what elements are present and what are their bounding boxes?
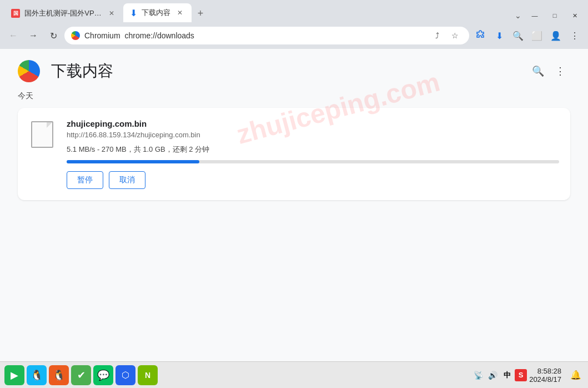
taskbar-icon-nvidia[interactable]: N [138, 365, 158, 385]
extensions-icon[interactable] [471, 27, 489, 44]
inactive-tab-favicon: 国 [11, 9, 20, 18]
notification-icon: 🔔 [570, 370, 581, 380]
url-favicon [71, 31, 80, 40]
back-button[interactable]: ← [4, 27, 22, 44]
new-tab-button[interactable]: + [192, 4, 209, 22]
tab-active[interactable]: ⬇ 下载内容 ✕ [123, 3, 192, 22]
download-status-icon[interactable]: ⬇ [490, 27, 508, 44]
downloads-page: zhujiceping.com 下载内容 🔍 ⋮ 今天 zhujiceping.… [0, 49, 588, 361]
volume-icon[interactable]: 🔊 [486, 365, 499, 385]
cancel-button[interactable]: 取消 [109, 171, 145, 189]
downloads-header: 下载内容 🔍 ⋮ [0, 49, 588, 91]
refresh-icon: ↻ [50, 31, 57, 41]
inactive-tab-close[interactable]: ✕ [107, 8, 117, 18]
bookmark-icon[interactable]: ☆ [447, 28, 463, 43]
inactive-tab-title: 国外主机测评-国外VPS、国... [24, 8, 102, 18]
split-view-icon[interactable]: ⬜ [528, 27, 546, 44]
downloads-page-icon [18, 60, 40, 82]
taskbar-icon-penguin[interactable]: 🐧 [49, 365, 69, 385]
menu-icon[interactable]: ⋮ [566, 27, 584, 44]
download-actions: 暂停 取消 [67, 171, 559, 189]
taskbar-icon-media[interactable]: ▶ [4, 365, 24, 385]
system-tray: 📡 🔊 中 S [471, 365, 527, 385]
toolbar-right: ⬇ 🔍 ⬜ 👤 ⋮ [471, 27, 584, 44]
minimize-button[interactable]: — [526, 9, 544, 22]
titlebar-spacer: ⌄ — □ ✕ [209, 9, 588, 22]
file-icon-wrap [29, 119, 56, 150]
new-tab-icon: + [198, 8, 204, 19]
restore-button[interactable]: □ [546, 9, 564, 22]
ime-icon[interactable]: 中 [500, 365, 514, 385]
clock-time: 8:58:28 [537, 367, 561, 375]
url-text: chrome://downloads [125, 31, 425, 40]
wm-chevron[interactable]: ⌄ [512, 9, 524, 22]
browser-window: 国 国外主机测评-国外VPS、国... ✕ ⬇ 下载内容 ✕ + ⌄ — □ ✕ [0, 0, 588, 388]
close-button[interactable]: ✕ [566, 9, 584, 22]
forward-button[interactable]: → [24, 27, 42, 44]
search-downloads-button[interactable]: 🔍 [528, 61, 548, 81]
pause-button[interactable]: 暂停 [67, 171, 103, 189]
url-actions: ⤴ ☆ [429, 28, 463, 43]
taskbar-icon-check[interactable]: ✔ [71, 365, 91, 385]
profile-icon[interactable]: 👤 [547, 27, 565, 44]
addressbar: ← → ↻ Chromium chrome://downloads ⤴ ☆ ⬇ … [0, 22, 588, 49]
taskbar: ▶ 🐧 🐧 ✔ 💬 ⬡ N 📡 🔊 中 S 8:58:28 [0, 361, 588, 388]
share-icon[interactable]: ⤴ [429, 28, 445, 43]
url-bar[interactable]: Chromium chrome://downloads ⤴ ☆ [64, 27, 469, 44]
browser-name-label: Chromium [84, 31, 120, 40]
download-url: http://166.88.159.134/zhujiceping.com.bi… [67, 131, 559, 139]
titlebar: 国 国外主机测评-国外VPS、国... ✕ ⬇ 下载内容 ✕ + ⌄ — □ ✕ [0, 0, 588, 22]
download-tab-icon: ⬇ [130, 8, 137, 18]
section-today-label: 今天 [18, 91, 570, 101]
wps-icon[interactable]: S [515, 369, 527, 381]
progress-bar [67, 160, 199, 163]
header-actions: 🔍 ⋮ [528, 61, 570, 81]
back-icon: ← [9, 31, 18, 41]
file-icon [31, 121, 53, 148]
download-filename: zhujiceping.com.bin [67, 119, 559, 128]
download-card: zhujiceping.com.bin http://166.88.159.13… [18, 108, 570, 200]
forward-icon: → [29, 31, 38, 41]
active-tab-title: 下载内容 [142, 8, 170, 18]
download-status: 5.1 MB/s - 270 MB，共 1.0 GB，还剩 2 分钟 [67, 145, 559, 155]
downloads-section: 今天 zhujiceping.com.bin http://166.88.159… [0, 91, 588, 200]
taskbar-clock[interactable]: 8:58:28 2024/8/17 [529, 367, 561, 384]
more-options-button[interactable]: ⋮ [550, 61, 570, 81]
search-icon[interactable]: 🔍 [509, 27, 527, 44]
taskbar-icon-qq[interactable]: 🐧 [27, 365, 47, 385]
taskbar-icon-wechat[interactable]: 💬 [93, 365, 113, 385]
refresh-button[interactable]: ↻ [44, 27, 62, 44]
active-tab-close[interactable]: ✕ [175, 8, 185, 18]
download-info: zhujiceping.com.bin http://166.88.159.13… [67, 119, 559, 189]
taskbar-icon-bluetooth[interactable]: ⬡ [115, 365, 135, 385]
page-title: 下载内容 [51, 61, 528, 82]
clock-date: 2024/8/17 [529, 375, 561, 384]
network-icon[interactable]: 📡 [471, 365, 485, 385]
notification-button[interactable]: 🔔 [568, 365, 584, 385]
tab-inactive[interactable]: 国 国外主机测评-国外VPS、国... ✕ [4, 4, 123, 22]
progress-bar-wrap [67, 160, 559, 163]
